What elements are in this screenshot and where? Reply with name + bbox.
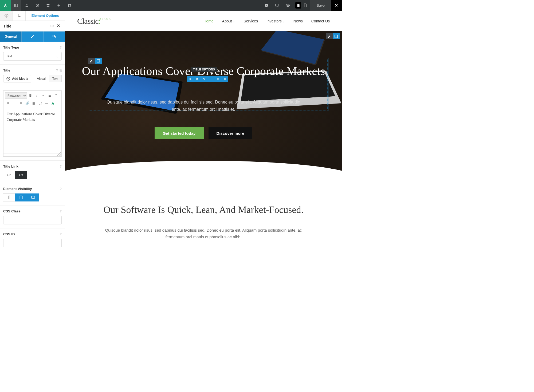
title-link-off[interactable]: Off bbox=[15, 171, 27, 179]
live-preview: Classic:AVADA Home About ⌄ Services Inve… bbox=[65, 11, 342, 251]
element-toolstrip: ✥ ⧉ ✎ + ⎙ 🗑 bbox=[187, 76, 228, 82]
layout-icon[interactable] bbox=[43, 0, 53, 11]
quote-icon[interactable]: “ bbox=[53, 93, 59, 98]
title-content-editor[interactable]: Our Applications Cover Diverse Corporate… bbox=[3, 108, 62, 153]
visibility-tablet-icon[interactable] bbox=[15, 193, 27, 201]
nav-home[interactable]: Home bbox=[204, 19, 214, 23]
svg-point-16 bbox=[7, 77, 10, 80]
svg-rect-0 bbox=[14, 4, 15, 7]
align-right-icon[interactable]: ≡ bbox=[18, 100, 24, 106]
svg-point-11 bbox=[6, 15, 7, 16]
get-started-button[interactable]: Get started today bbox=[155, 127, 203, 139]
sliders-tab-icon[interactable] bbox=[13, 11, 26, 21]
add-icon[interactable] bbox=[53, 0, 64, 11]
help-hint-icon[interactable]: ? bbox=[60, 187, 62, 191]
align-left-icon[interactable]: ≡ bbox=[5, 100, 11, 106]
title-editor-label: Title bbox=[3, 68, 10, 72]
edit-icon[interactable]: ✎ bbox=[201, 76, 207, 82]
visibility-label: Element Visibility bbox=[3, 187, 32, 191]
help-hint-icon[interactable]: ? bbox=[60, 46, 62, 49]
discover-more-button[interactable]: Discover more bbox=[209, 127, 252, 139]
document-switch bbox=[293, 0, 310, 11]
svg-point-10 bbox=[287, 5, 288, 6]
avada-logo-icon[interactable] bbox=[0, 0, 11, 11]
help-hint-icon[interactable]: ? bbox=[60, 209, 62, 213]
element-options-tab[interactable]: Element Options bbox=[26, 11, 65, 21]
title-link-on[interactable]: On bbox=[3, 171, 15, 179]
help-hint-icon[interactable]: ? ⎘ bbox=[56, 69, 62, 72]
nav-contact[interactable]: Contact Us bbox=[311, 19, 330, 23]
delete-element-icon[interactable]: 🗑 bbox=[221, 76, 228, 82]
save-element-icon[interactable]: ⎙ bbox=[214, 76, 221, 82]
section-two-title[interactable]: Our Software Is Quick, Lean, And Market-… bbox=[97, 204, 310, 216]
sidebar-toggle-icon[interactable] bbox=[11, 0, 21, 11]
general-subtab[interactable]: General bbox=[0, 31, 22, 42]
editor-resize-handle[interactable] bbox=[3, 153, 62, 157]
css-class-label: CSS Class bbox=[3, 209, 21, 213]
column-options-icon[interactable] bbox=[95, 58, 102, 64]
site-logo[interactable]: Classic:AVADA bbox=[77, 17, 112, 26]
align-center-icon[interactable]: ☰ bbox=[11, 100, 17, 106]
document-outline-icon[interactable] bbox=[302, 2, 308, 9]
nav-services[interactable]: Services bbox=[244, 19, 258, 23]
add-media-button[interactable]: Add Media bbox=[3, 75, 31, 82]
help-hint-icon[interactable]: ? bbox=[60, 232, 62, 236]
css-id-label: CSS ID bbox=[3, 232, 15, 236]
editor-toolbar: Paragraph B I ≡ ≣ “ ≡ ☰ ≡ 🔗 ▦ ⛶ ⋯ bbox=[3, 90, 62, 108]
paragraph-select[interactable]: Paragraph bbox=[5, 92, 27, 99]
nav-about[interactable]: About ⌄ bbox=[222, 19, 235, 23]
more-icon[interactable]: ••• bbox=[49, 24, 55, 28]
container-options-icon[interactable] bbox=[333, 33, 340, 39]
drag-icon[interactable]: ✥ bbox=[187, 76, 194, 82]
svg-point-13 bbox=[19, 16, 20, 17]
add-element-icon[interactable]: + bbox=[207, 76, 214, 82]
extras-subtab-icon[interactable] bbox=[44, 31, 65, 42]
document-filled-icon[interactable] bbox=[295, 2, 301, 9]
text-tab[interactable]: Text bbox=[49, 75, 62, 82]
svg-rect-6 bbox=[47, 6, 50, 6]
title-type-select[interactable]: Text⌄ bbox=[3, 52, 62, 61]
close-button[interactable] bbox=[331, 0, 342, 11]
preview-icon[interactable] bbox=[282, 0, 293, 11]
container-edit-icon[interactable] bbox=[326, 33, 333, 39]
sidebar-panel: Element Options Title ••• General Title … bbox=[0, 11, 65, 251]
hero-paragraph[interactable]: Quisque blandit dolor risus, sed dapibus… bbox=[65, 98, 342, 113]
insert-icon[interactable]: ▦ bbox=[31, 100, 37, 106]
visibility-desktop-icon[interactable] bbox=[27, 193, 39, 201]
title-link-label: Title Link bbox=[3, 164, 18, 168]
hero-section[interactable]: Our Applications Cover Diverse Corporate… bbox=[65, 31, 342, 177]
link-icon[interactable]: 🔗 bbox=[24, 100, 30, 106]
section-two[interactable]: Our Software Is Quick, Lean, And Market-… bbox=[65, 177, 342, 251]
fullscreen-icon[interactable]: ⛶ bbox=[37, 100, 43, 106]
css-class-input[interactable] bbox=[3, 216, 62, 224]
chevron-down-icon: ⌄ bbox=[233, 20, 235, 23]
css-id-input[interactable] bbox=[3, 239, 62, 247]
clone-icon[interactable]: ⧉ bbox=[194, 76, 201, 82]
list-ul-icon[interactable]: ≡ bbox=[40, 93, 46, 98]
trash-icon[interactable] bbox=[64, 0, 75, 11]
list-ol-icon[interactable]: ≣ bbox=[47, 93, 53, 98]
avada-element-icon[interactable] bbox=[50, 100, 56, 106]
visibility-mobile-icon[interactable] bbox=[3, 193, 15, 201]
help-hint-icon[interactable]: ? bbox=[60, 165, 62, 168]
nav-news[interactable]: News bbox=[293, 19, 303, 23]
column-edit-icon[interactable] bbox=[88, 58, 95, 64]
responsive-desktop-icon[interactable] bbox=[272, 0, 282, 11]
settings-tab-icon[interactable] bbox=[0, 11, 13, 21]
more-tools-icon[interactable]: ⋯ bbox=[44, 100, 49, 106]
help-icon[interactable]: ? bbox=[261, 0, 272, 11]
library-icon[interactable] bbox=[21, 0, 32, 11]
close-panel-icon[interactable] bbox=[55, 23, 62, 29]
svg-rect-2 bbox=[26, 5, 28, 5]
section-two-paragraph[interactable]: Quisque blandit dolor risus, sed dapibus… bbox=[97, 227, 310, 240]
svg-rect-5 bbox=[47, 4, 50, 5]
save-button[interactable]: Save bbox=[310, 0, 331, 11]
nav-investors[interactable]: Investors ⌄ bbox=[266, 19, 285, 23]
italic-icon[interactable]: I bbox=[34, 93, 40, 98]
design-subtab-icon[interactable] bbox=[22, 31, 43, 42]
visual-tab[interactable]: Visual bbox=[34, 75, 49, 82]
chevron-down-icon: ⌄ bbox=[56, 54, 59, 58]
bold-icon[interactable]: B bbox=[28, 93, 33, 98]
history-icon[interactable] bbox=[32, 0, 43, 11]
svg-rect-3 bbox=[26, 4, 27, 4]
